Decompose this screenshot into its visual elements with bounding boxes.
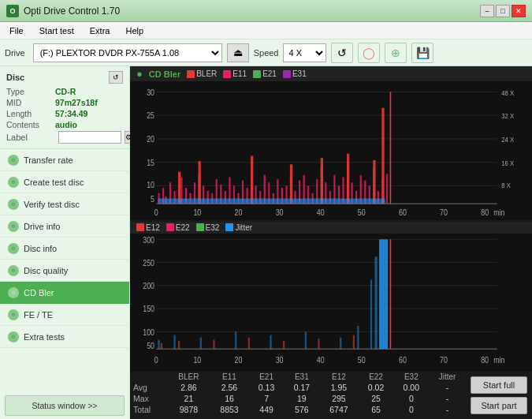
nav-disc-info-label: Disc info	[24, 244, 57, 253]
stats-max-label: Max	[130, 393, 168, 404]
legend-e11-label: E11	[233, 69, 247, 78]
refresh-button[interactable]: ↺	[331, 43, 353, 63]
nav-extra-tests[interactable]: ○ Extra tests	[0, 326, 129, 348]
close-button[interactable]: ✕	[512, 5, 526, 17]
legend2-jitter-dot	[225, 223, 233, 231]
stats-max-bler: 21	[168, 393, 210, 404]
nav-verify-test-disc[interactable]: ○ Verify test disc	[0, 193, 129, 215]
svg-rect-114	[379, 239, 388, 349]
legend-e11-dot	[223, 70, 231, 78]
nav-cd-bler-icon: ○	[8, 287, 19, 298]
stats-left: BLER E11 E21 E31 E12 E22 E32 Jitter Avg	[130, 372, 466, 419]
svg-text:24 X: 24 X	[501, 135, 514, 144]
nav-disc-info[interactable]: ○ Disc info	[0, 238, 129, 260]
chart1-title: CD Bler	[149, 69, 180, 79]
minimize-button[interactable]: –	[480, 5, 494, 17]
disc-type-value: CD-R	[55, 87, 76, 96]
svg-text:25: 25	[147, 110, 154, 120]
legend2-jitter-label: Jitter	[235, 223, 252, 232]
svg-text:30: 30	[147, 88, 154, 97]
legend2-e32: E32	[196, 223, 220, 232]
disc-mid-row: MID 97m27s18f	[6, 98, 123, 107]
stats-avg-label: Avg	[130, 382, 168, 393]
nav-disc-quality[interactable]: ○ Disc quality	[0, 260, 129, 282]
nav-transfer-rate-icon: ○	[8, 155, 19, 166]
svg-text:40: 40	[317, 354, 325, 364]
svg-text:16 X: 16 X	[501, 159, 514, 167]
speed-select[interactable]: 4 X	[283, 43, 326, 62]
nav-disc-info-icon: ○	[8, 243, 19, 254]
stats-avg-e31: 0.17	[284, 382, 319, 393]
menu-extra[interactable]: Extra	[84, 24, 117, 37]
copy-button[interactable]: ⊕	[385, 43, 407, 63]
stats-max-e12: 295	[319, 393, 358, 404]
svg-text:20: 20	[235, 354, 243, 364]
svg-text:5: 5	[151, 194, 154, 204]
disc-mid-label: MID	[6, 98, 55, 107]
save-button[interactable]: 💾	[411, 43, 433, 63]
nav-extra-tests-icon: ○	[8, 331, 19, 342]
menu-help[interactable]: Help	[119, 24, 150, 37]
nav-fe-te-label: FE / TE	[24, 310, 53, 320]
disc-panel: Disc ↺ Type CD-R MID 97m27s18f Length 57…	[0, 66, 129, 149]
stats-avg-e12: 1.95	[319, 382, 358, 393]
legend2-e22: E22	[166, 223, 190, 232]
right-panel: ● CD Bler BLER E11 E21 E31	[130, 66, 532, 419]
erase-button[interactable]: ◯	[358, 43, 380, 63]
nav-create-test-disc[interactable]: ○ Create test disc	[0, 171, 129, 193]
nav-disc-quality-label: Disc quality	[24, 266, 68, 275]
disc-refresh-button[interactable]: ↺	[109, 71, 123, 84]
main-content: Disc ↺ Type CD-R MID 97m27s18f Length 57…	[0, 66, 532, 419]
legend-e21: E21	[253, 69, 277, 78]
disc-length-value: 57:34.49	[55, 109, 87, 118]
nav-extra-tests-label: Extra tests	[24, 332, 65, 342]
nav-transfer-rate[interactable]: ○ Transfer rate	[0, 149, 129, 171]
legend2-e12: E12	[136, 223, 160, 232]
stats-header-bler: BLER	[168, 372, 210, 382]
svg-rect-90	[158, 199, 385, 204]
nav-create-label: Create test disc	[24, 178, 84, 187]
nav-cd-bler-label: CD Bler	[24, 288, 54, 297]
nav-drive-info-icon: ○	[8, 221, 19, 232]
chart1-header: ● CD Bler BLER E11 E21 E31	[130, 66, 532, 81]
svg-rect-128	[248, 337, 250, 349]
legend2-e22-label: E22	[176, 223, 190, 232]
nav-disc-quality-icon: ○	[8, 265, 19, 276]
disc-contents-row: Contents audio	[6, 120, 123, 129]
svg-text:60: 60	[399, 208, 407, 217]
legend2-e32-label: E32	[206, 223, 220, 232]
disc-label-label: Label	[6, 133, 55, 142]
speed-label: Speed	[254, 48, 279, 58]
nav-cd-bler[interactable]: ○ CD Bler	[0, 282, 129, 304]
cd-bler-icon: ●	[136, 68, 143, 80]
start-full-button[interactable]: Start full	[471, 376, 527, 394]
status-window-button[interactable]: Status window >>	[5, 395, 125, 416]
nav-transfer-rate-label: Transfer rate	[24, 155, 73, 165]
menu-start-test[interactable]: Start test	[33, 24, 80, 37]
eject-button[interactable]: ⏏	[227, 43, 249, 62]
svg-rect-87	[347, 154, 349, 204]
toolbar: Drive (F:) PLEXTOR DVDR PX-755A 1.08 ⏏ S…	[0, 39, 532, 66]
start-part-button[interactable]: Start part	[471, 397, 527, 414]
stats-avg-row: Avg 2.86 2.56 0.13 0.17 1.95 0.02 0.00 -	[130, 382, 466, 393]
disc-contents-label: Contents	[6, 120, 55, 129]
nav-drive-info[interactable]: ○ Drive info	[0, 215, 129, 238]
chart2-header: E12 E22 E32 Jitter	[130, 222, 532, 234]
svg-text:150: 150	[143, 304, 154, 313]
disc-label-input[interactable]	[58, 131, 121, 144]
legend-e21-dot	[253, 70, 261, 78]
svg-rect-118	[235, 331, 236, 349]
stats-header-e22: E22	[359, 372, 394, 382]
maximize-button[interactable]: □	[496, 5, 510, 17]
nav-drive-info-label: Drive info	[24, 222, 60, 231]
menu-file[interactable]: File	[3, 24, 30, 37]
stats-max-jitter: -	[429, 393, 466, 404]
stats-table: BLER E11 E21 E31 E12 E22 E32 Jitter Avg	[130, 372, 466, 415]
nav-create-icon: ○	[8, 177, 19, 188]
legend-e11: E11	[223, 69, 247, 78]
drive-select[interactable]: (F:) PLEXTOR DVDR PX-755A 1.08	[33, 43, 222, 62]
svg-text:250: 250	[143, 257, 154, 267]
legend2-e12-label: E12	[146, 223, 160, 232]
stats-total-e11: 8853	[210, 404, 248, 415]
nav-fe-te[interactable]: ○ FE / TE	[0, 304, 129, 326]
